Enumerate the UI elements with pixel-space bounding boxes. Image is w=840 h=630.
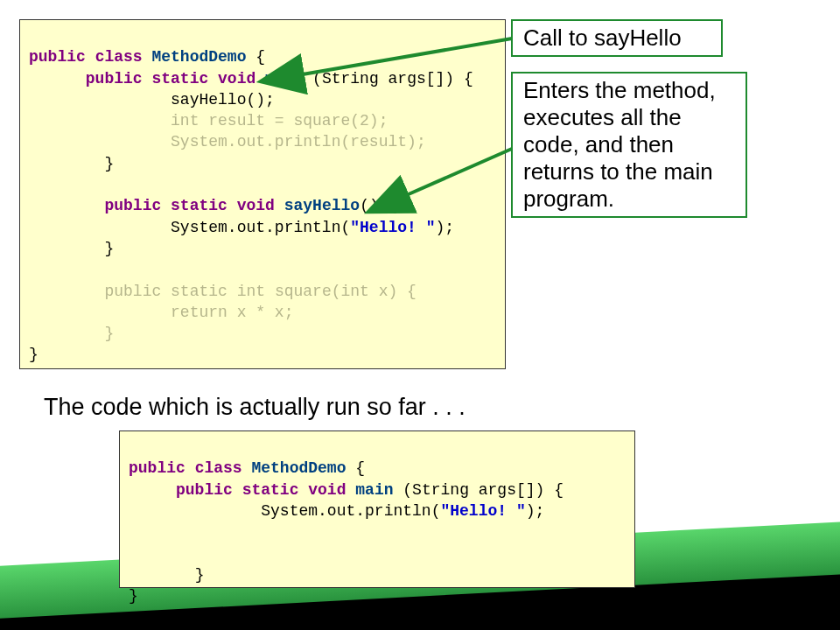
callout-enters-method: Enters the method, executes all the code… — [511, 72, 747, 218]
dim-line-result: int result = square(2); — [171, 112, 388, 130]
params: () { — [360, 197, 397, 214]
brace: { — [346, 459, 365, 477]
kw-void: void — [237, 197, 275, 214]
println-call: System.out.println( — [171, 219, 350, 236]
brace-close: } — [104, 155, 114, 172]
kw-void: void — [308, 481, 346, 499]
dim-square-sig: public static int square(int x) { — [104, 283, 416, 300]
kw-static: static — [171, 197, 228, 214]
call-sayhello: sayHello(); — [171, 91, 275, 108]
kw-public: public — [129, 459, 186, 477]
brace-close-outer: } — [29, 346, 38, 363]
class-name: MethodDemo — [151, 48, 246, 66]
brace: { — [246, 48, 265, 66]
brace-close: } — [104, 240, 114, 257]
params: (String args[]) { — [394, 481, 564, 499]
println-close: ); — [526, 502, 545, 520]
string-hello: "Hello! " — [440, 502, 525, 520]
kw-public: public — [176, 481, 233, 499]
code-box-top: public class MethodDemo { public static … — [19, 19, 506, 369]
println-close: ); — [435, 219, 454, 236]
kw-void: void — [218, 70, 256, 88]
callout-text: Enters the method, executes all the code… — [523, 77, 716, 212]
kw-static: static — [242, 481, 299, 499]
brace-close-outer: } — [129, 587, 138, 605]
kw-public: public — [86, 70, 143, 88]
kw-class: class — [95, 48, 143, 66]
method-main: main — [355, 481, 393, 499]
dim-line-println: System.out.println(result); — [171, 133, 426, 150]
kw-class: class — [195, 459, 242, 477]
dim-return-line: return x * x; — [171, 304, 293, 321]
callout-call-to-sayhello: Call to sayHello — [511, 19, 723, 57]
dim-brace-close: } — [104, 325, 114, 342]
println-call: System.out.println( — [261, 502, 440, 520]
callout-text: Call to sayHello — [523, 24, 682, 51]
kw-public: public — [29, 48, 86, 66]
method-main: main — [265, 70, 303, 88]
kw-static: static — [151, 70, 208, 88]
class-name: MethodDemo — [251, 459, 346, 477]
code-box-bottom: public class MethodDemo { public static … — [119, 430, 635, 588]
params: (String args[]) { — [303, 70, 472, 88]
method-sayhello: sayHello — [284, 197, 360, 214]
caption-code-run-so-far: The code which is actually run so far . … — [44, 394, 466, 421]
kw-public: public — [104, 197, 161, 214]
brace-close: } — [195, 566, 205, 584]
string-hello: "Hello! " — [350, 219, 435, 236]
